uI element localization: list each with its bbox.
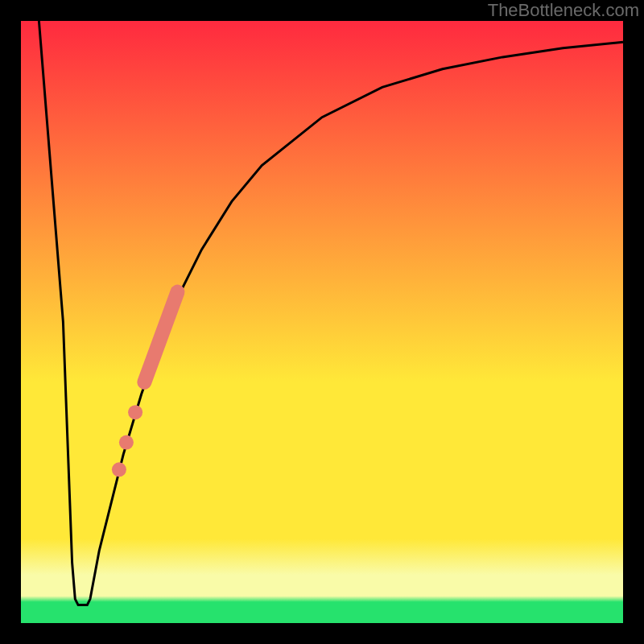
highlight-dot xyxy=(112,462,126,477)
highlight-dot xyxy=(128,405,142,419)
bottleneck-chart: TheBottleneck.com xyxy=(0,0,644,644)
watermark-text: TheBottleneck.com xyxy=(488,0,639,20)
chart-svg: TheBottleneck.com xyxy=(0,0,644,644)
highlight-dot xyxy=(119,436,134,450)
chart-background xyxy=(21,21,623,623)
